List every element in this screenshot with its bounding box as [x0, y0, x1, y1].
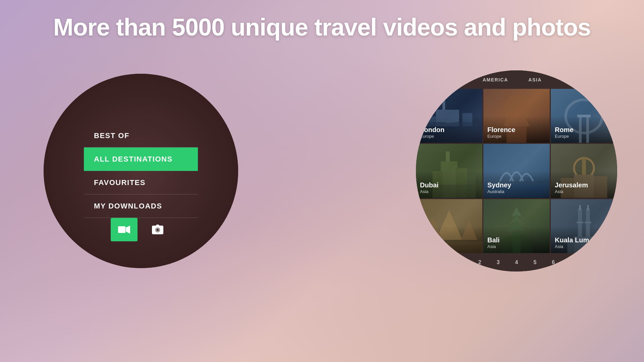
svg-rect-26: [594, 176, 607, 198]
video-button[interactable]: [111, 218, 138, 241]
menu-item-my-downloads[interactable]: MY DOWNLOADS: [84, 194, 198, 218]
svg-rect-39: [585, 222, 591, 223]
pagination-bar: 1 2 3 4 5 6 7: [416, 253, 617, 272]
destination-dubai[interactable]: Dubai Asia: [416, 144, 482, 198]
svg-marker-32: [508, 222, 525, 232]
left-panel-circle: BEST OF ALL DESTINATIONS FAVOURITES MY D…: [44, 74, 238, 268]
tab-australia[interactable]: AUSTRALIA: [558, 74, 597, 85]
svg-point-9: [443, 92, 446, 95]
destinations-grid: London Europe Florence Europe: [416, 89, 617, 253]
destination-bali[interactable]: Bali Asia: [483, 199, 550, 253]
right-panel-circle: EUROPE AMERICA ASIA AUSTRALIA London Eur…: [416, 70, 617, 272]
destination-rome[interactable]: Rome Europe: [551, 89, 617, 143]
page-1: 1: [457, 258, 466, 267]
svg-marker-1: [126, 226, 130, 234]
destination-london[interactable]: London Europe: [416, 89, 482, 143]
media-type-icons: [111, 218, 171, 241]
svg-rect-38: [577, 222, 583, 223]
page-6[interactable]: 6: [549, 258, 557, 267]
svg-rect-37: [587, 205, 589, 210]
destination-kuala-lumpur[interactable]: Kuala Lum... Asia: [551, 199, 617, 253]
tab-america[interactable]: AMERICA: [479, 74, 512, 85]
tab-europe[interactable]: EUROPE: [435, 74, 466, 85]
destination-florence[interactable]: Florence Europe: [483, 89, 550, 143]
menu-item-all-destinations[interactable]: ALL DESTINATIONS: [84, 147, 198, 171]
svg-rect-36: [579, 205, 581, 210]
menu-item-best-of[interactable]: BEST OF: [84, 124, 198, 147]
svg-marker-29: [461, 220, 478, 240]
category-tabs: EUROPE AMERICA ASIA AUSTRALIA: [416, 70, 617, 89]
tab-asia[interactable]: ASIA: [524, 74, 545, 85]
destination-jerusalem[interactable]: Jerusalem Asia: [551, 144, 617, 198]
page-2[interactable]: 2: [476, 258, 484, 267]
menu-item-favourites[interactable]: FAVOURITES: [84, 171, 198, 194]
svg-rect-0: [118, 226, 125, 233]
headline: More than 5000 unique travel videos and …: [0, 13, 644, 41]
page-5[interactable]: 5: [531, 258, 539, 267]
destination-sydney[interactable]: Sydney Australia: [483, 144, 550, 198]
page-4[interactable]: 4: [513, 258, 521, 267]
page-3[interactable]: 3: [494, 258, 502, 267]
svg-rect-15: [586, 116, 589, 143]
svg-rect-14: [579, 116, 582, 143]
menu-container: BEST OF ALL DESTINATIONS FAVOURITES MY D…: [84, 124, 198, 218]
svg-rect-16: [577, 115, 591, 117]
svg-rect-42: [594, 240, 601, 253]
page-7[interactable]: 7: [568, 258, 576, 267]
destination-cairo[interactable]: Cairo Africa: [416, 199, 482, 253]
camera-button[interactable]: [144, 218, 171, 241]
